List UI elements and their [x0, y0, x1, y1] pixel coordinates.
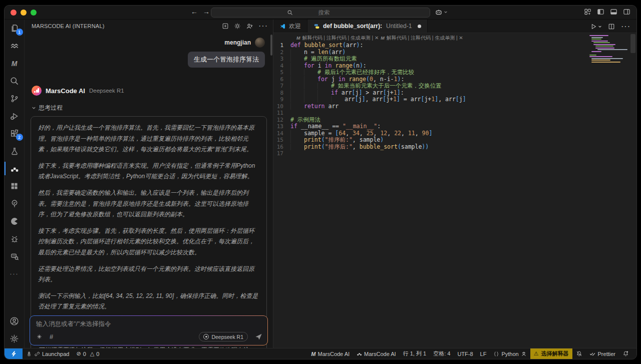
close-window-button[interactable]: [11, 10, 17, 16]
copilot-menu[interactable]: [435, 8, 448, 16]
activity-search[interactable]: [5, 72, 25, 90]
code-editor[interactable]: 1def bubble_sort(arr):2n = len(arr)3# 遍历…: [273, 42, 636, 157]
eol-sequence[interactable]: LF: [477, 348, 490, 359]
line-number: 6: [273, 76, 290, 83]
line-number: 8: [273, 90, 290, 97]
zoom-window-button[interactable]: [31, 10, 37, 16]
toggle-primary-sidebar-icon[interactable]: [597, 8, 604, 16]
statusbar: Launchpad ⊘0 △0 M MarsCode AI MarsCode A…: [5, 348, 636, 359]
activity-more[interactable]: ···: [5, 265, 25, 282]
chat-settings-gear-icon[interactable]: [234, 23, 241, 30]
toggle-secondary-sidebar-icon[interactable]: [623, 8, 630, 16]
activity-source-control[interactable]: [5, 90, 25, 107]
source-control-icon: [10, 94, 19, 103]
code-line[interactable]: 8if arr[j] > arr[j+1]:: [273, 90, 636, 97]
codelens-actions[interactable]: 解释代码 | 注释代码 | 生成单测 | ✕: [302, 35, 379, 42]
code-line[interactable]: 7# 如果当前元素大于后一个元素，交换位置: [273, 83, 636, 90]
code-line[interactable]: 2n = len(arr): [273, 49, 636, 56]
code-line[interactable]: 4for i in range(n):: [273, 63, 636, 70]
chat-scrollbar[interactable]: [270, 35, 272, 56]
chat-messages: mengjian 生成一个冒泡排序算法 MarsCode AI Deepseek…: [25, 33, 273, 348]
do-not-disturb-button[interactable]: [572, 348, 586, 359]
activity-run-debug[interactable]: [5, 107, 25, 125]
minimize-window-button[interactable]: [21, 10, 27, 16]
thinking-toggle[interactable]: 思考过程: [32, 104, 267, 112]
status-marscode-b[interactable]: MarsCode AI: [353, 348, 400, 359]
code-line[interactable]: 6for j in range(0, n-i-1):: [273, 76, 636, 83]
context-hash-button[interactable]: #: [50, 333, 53, 340]
thinking-paragraph: 好的，用户让我生成一个冒泡排序算法。首先，我需要回忆一下冒泡排序的基本原理。冒泡…: [38, 123, 259, 155]
activity-testing[interactable]: [5, 142, 25, 160]
activity-debug-tool[interactable]: [5, 230, 25, 247]
status-marscode-a[interactable]: M MarsCode AI: [307, 348, 353, 359]
tree-check-icon: [10, 199, 19, 208]
warning-icon: ⚠: [534, 350, 539, 357]
search-input[interactable]: [294, 10, 354, 16]
codelens-row[interactable]: M解释代码 | 注释代码 | 生成单测 | ✕ M解释代码 | 注释代码 | 生…: [296, 35, 636, 42]
activity-coverage[interactable]: [5, 212, 25, 230]
editor-scrollbar[interactable]: [630, 34, 635, 53]
remote-indicator[interactable]: [5, 348, 23, 359]
marscode-m-icon: M: [311, 351, 315, 357]
code-line[interactable]: 16print("排序后:", bubble_sort(sample)): [273, 144, 636, 151]
prettier-button[interactable]: Prettier: [586, 348, 619, 359]
split-editor-icon[interactable]: [608, 23, 615, 30]
tab-welcome[interactable]: 欢迎: [273, 20, 307, 33]
code-line[interactable]: 11: [273, 110, 636, 117]
tab-code-label: def bubble_sort(arr):: [323, 23, 382, 30]
link-icon: [34, 351, 40, 357]
activity-extensions[interactable]: 2: [5, 125, 25, 142]
code-line[interactable]: 5# 最后i个元素已经排好序，无需比较: [273, 69, 636, 76]
indentation[interactable]: 空格: 4: [430, 348, 454, 359]
activity-approvals[interactable]: [5, 195, 25, 212]
run-button[interactable]: [590, 23, 602, 30]
select-interpreter-button[interactable]: ⚠ 选择解释器: [530, 348, 572, 359]
code-line[interactable]: 14sample = [64, 34, 25, 12, 22, 11, 90]: [273, 130, 636, 137]
minimap[interactable]: [589, 35, 627, 65]
code-line[interactable]: 3# 遍历所有数组元素: [273, 56, 636, 63]
marscode-m-icon: M: [296, 36, 300, 41]
launchpad-button[interactable]: Launchpad: [23, 348, 73, 359]
code-line[interactable]: 9arr[j], arr[j+1] = arr[j+1], arr[j]: [273, 96, 636, 103]
editor-body[interactable]: M解释代码 | 注释代码 | 生成单测 | ✕ M解释代码 | 注释代码 | 生…: [273, 33, 636, 348]
activity-files[interactable]: 1: [5, 20, 25, 37]
agent-profile-icon[interactable]: [246, 23, 253, 30]
encoding[interactable]: UTF-8: [454, 348, 476, 359]
codelens-actions[interactable]: 解释代码 | 注释代码 | 生成单测 | ✕: [387, 35, 463, 42]
customize-layout-icon[interactable]: [584, 8, 591, 16]
code-line[interactable]: 1def bubble_sort(arr):: [273, 42, 636, 49]
code-line[interactable]: 17: [273, 150, 636, 157]
activity-bar: 1 M 2: [5, 20, 25, 348]
activity-ai-search[interactable]: [5, 247, 25, 265]
flask-icon: [10, 147, 19, 156]
tab-untitled-1[interactable]: def bubble_sort(arr): Untitled-1: [307, 20, 428, 33]
activity-apps[interactable]: [5, 177, 25, 195]
account-button[interactable]: [5, 312, 25, 330]
commands-sparkle-icon[interactable]: [36, 333, 43, 340]
code-line[interactable]: 13if __name__ == "__main__":: [273, 123, 636, 130]
nav-forward-icon[interactable]: →: [203, 8, 210, 16]
settings-button[interactable]: [5, 330, 25, 347]
command-center-search[interactable]: [211, 8, 430, 18]
activity-marscode[interactable]: M: [5, 55, 25, 72]
nav-back-icon[interactable]: ←: [191, 8, 198, 16]
cursor-position[interactable]: 行 1, 列 1: [400, 348, 430, 359]
model-selector-pill[interactable]: Deepseek R1: [199, 332, 248, 341]
toggle-panel-icon[interactable]: [610, 8, 617, 16]
editor-more-icon[interactable]: ···: [621, 22, 630, 31]
send-icon[interactable]: [255, 333, 262, 340]
code-line[interactable]: 12# 示例用法: [273, 117, 636, 124]
problems-button[interactable]: ⊘0 △0: [73, 348, 103, 359]
window-controls[interactable]: [11, 10, 37, 16]
language-mode[interactable]: Python: [490, 348, 530, 359]
panel-more-icon[interactable]: ···: [258, 22, 268, 31]
modified-dot-icon[interactable]: [418, 25, 421, 28]
code-line[interactable]: 10return arr: [273, 103, 636, 110]
chat-input[interactable]: [36, 320, 261, 327]
new-chat-icon[interactable]: [222, 23, 229, 30]
activity-waves[interactable]: [5, 37, 25, 55]
titlebar: ← →: [5, 6, 636, 20]
notifications-button[interactable]: [619, 348, 632, 359]
activity-marscode-ai[interactable]: [5, 160, 25, 177]
code-line[interactable]: 15print("排序前:", sample): [273, 137, 636, 144]
